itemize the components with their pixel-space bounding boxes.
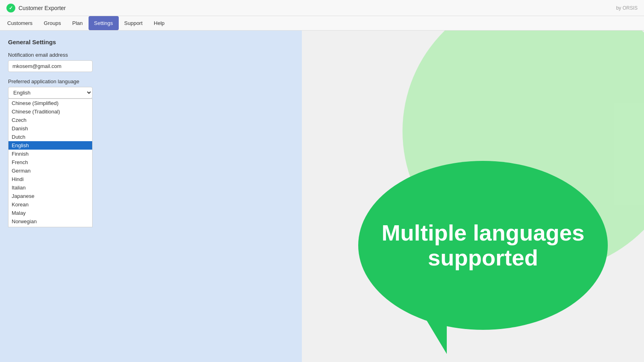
main-content: General Settings Notification email addr… [0, 31, 644, 362]
nav-groups[interactable]: Groups [38, 16, 67, 30]
lang-malay[interactable]: Malay [8, 209, 92, 217]
app-title-text: Customer Exporter [19, 5, 66, 11]
nav-support[interactable]: Support [119, 16, 149, 30]
bubble-tail [423, 314, 447, 354]
bubble-body: Multiple languages supported [358, 161, 608, 330]
settings-title: General Settings [8, 39, 294, 45]
nav-customers[interactable]: Customers [2, 16, 38, 30]
left-panel: General Settings Notification email addr… [0, 31, 302, 362]
email-label: Notification email address [8, 52, 294, 58]
lang-italian[interactable]: Italian [8, 183, 92, 192]
lang-chinese-traditional[interactable]: Chinese (Traditional) [8, 107, 92, 116]
lang-dutch[interactable]: Dutch [8, 133, 92, 141]
lang-french[interactable]: French [8, 158, 92, 167]
top-bar: ✓ Customer Exporter by ORSIS [0, 0, 644, 16]
settings-card: General Settings Notification email addr… [8, 39, 294, 227]
lang-norwegian[interactable]: Norwegian [8, 217, 92, 226]
email-input[interactable] [8, 60, 93, 72]
nav-help[interactable]: Help [148, 16, 170, 30]
language-options: Chinese (Simplified) Chinese (Traditiona… [8, 99, 92, 227]
lang-korean[interactable]: Korean [8, 200, 92, 209]
lang-hindi[interactable]: Hindi [8, 175, 92, 183]
language-dropdown-list[interactable]: Chinese (Simplified) Chinese (Traditiona… [8, 99, 93, 227]
nav-bar: Customers Groups Plan Settings Support H… [0, 16, 644, 31]
lang-japanese[interactable]: Japanese [8, 192, 92, 200]
lang-finnish[interactable]: Finnish [8, 150, 92, 158]
nav-plan[interactable]: Plan [67, 16, 89, 30]
by-orsis-text: by ORSIS [616, 5, 638, 11]
whatsapp-icon: ✓ [6, 4, 15, 12]
right-panel: Multiple languages supported [302, 31, 644, 362]
app-title: ✓ Customer Exporter [6, 4, 66, 12]
lang-czech[interactable]: Czech [8, 116, 92, 124]
promo-text: Multiple languages supported [358, 204, 608, 286]
lang-danish[interactable]: Danish [8, 124, 92, 133]
speech-bubble: Multiple languages supported [358, 161, 620, 354]
language-group: Preferred application language English C… [8, 78, 294, 227]
lang-german[interactable]: German [8, 167, 92, 175]
language-label: Preferred application language [8, 78, 294, 84]
email-group: Notification email address [8, 52, 294, 72]
language-select[interactable]: English [8, 87, 93, 99]
lang-english[interactable]: English [8, 141, 92, 150]
lang-polish[interactable]: Polish [8, 226, 92, 227]
nav-settings[interactable]: Settings [89, 16, 119, 30]
lang-chinese-simplified[interactable]: Chinese (Simplified) [8, 99, 92, 107]
